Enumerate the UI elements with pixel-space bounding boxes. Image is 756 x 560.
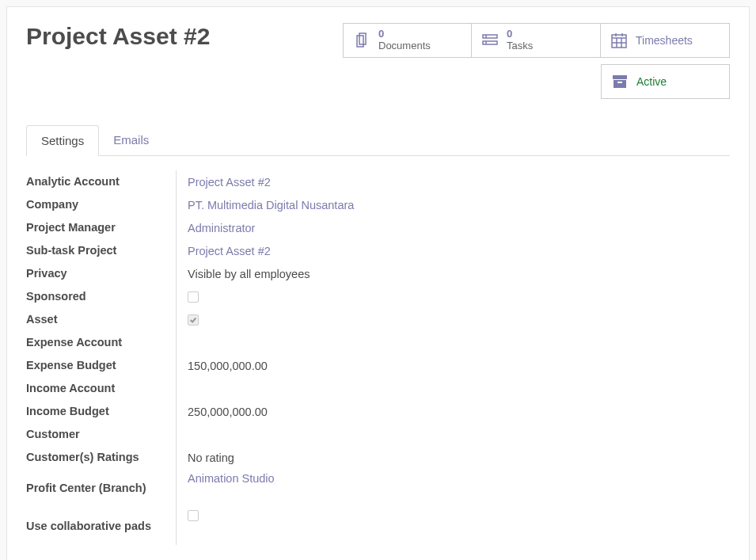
svg-rect-1 [483,41,497,44]
value-customer-ratings: No rating [188,451,234,464]
value-company[interactable]: PT. Multimedia Digital Nusantara [188,199,354,211]
label-company: Company [26,197,78,212]
value-privacy: Visible by all employees [188,268,310,280]
stat-documents-label: Documents [378,40,431,52]
calendar-icon [609,30,629,51]
documents-icon [351,30,372,51]
value-expense-budget: 150,000,000.00 [188,360,268,372]
topbar: Project Asset #2 0 Documents [26,23,730,99]
value-column: Project Asset #2 PT. Multimedia Digital … [177,170,730,545]
tasks-icon [480,30,500,51]
checkbox-asset [188,314,199,326]
stat-tasks[interactable]: 0 Tasks [472,23,601,58]
stat-documents-count: 0 [378,29,431,40]
svg-rect-12 [614,80,626,88]
value-analytic-account[interactable]: Project Asset #2 [188,176,271,189]
label-income-budget: Income Budget [26,404,109,419]
form-sheet: Project Asset #2 0 Documents [6,6,750,560]
label-asset: Asset [26,312,58,327]
checkbox-collab-pads[interactable] [188,510,199,521]
svg-rect-13 [617,82,622,83]
stat-tasks-label: Tasks [507,40,533,52]
stat-documents[interactable]: 0 Documents [343,23,472,58]
title-wrap: Project Asset #2 [26,23,343,49]
label-customer-ratings: Customer(s) Ratings [26,450,139,465]
value-income-budget: 250,000,000.00 [188,406,268,418]
stat-active-label: Active [636,75,667,88]
archive-icon [610,71,630,92]
label-profit-center: Profit Center (Branch) [26,481,146,496]
svg-rect-0 [483,35,497,38]
stat-timesheets-label: Timesheets [636,34,693,47]
svg-rect-11 [613,75,627,79]
label-income-account: Income Account [26,381,115,396]
label-project-manager: Project Manager [26,220,116,235]
label-column: Analytic Account Company Project Manager… [26,170,177,545]
label-subtask-project: Sub-task Project [26,243,116,258]
settings-panel: Analytic Account Company Project Manager… [26,170,730,545]
tab-emails[interactable]: Emails [99,125,163,156]
tabs: Settings Emails [26,124,730,156]
stat-row-2: Active [601,64,730,99]
checkbox-sponsored[interactable] [188,291,199,303]
label-analytic-account: Analytic Account [26,174,120,189]
value-project-manager[interactable]: Administrator [188,222,255,234]
value-subtask-project[interactable]: Project Asset #2 [188,245,271,257]
label-collab-pads: Use collaborative pads [26,519,151,534]
label-expense-budget: Expense Budget [26,358,116,373]
stat-buttons: 0 Documents 0 Tasks [343,23,730,99]
label-expense-account: Expense Account [26,335,122,350]
label-privacy: Privacy [26,266,67,281]
stat-row-1: 0 Documents 0 Tasks [343,23,730,58]
stat-active[interactable]: Active [601,64,730,99]
stat-timesheets[interactable]: Timesheets [601,23,730,58]
tab-settings[interactable]: Settings [26,125,99,156]
value-profit-center[interactable]: Animation Studio [188,472,275,485]
label-customer: Customer [26,427,80,442]
label-sponsored: Sponsored [26,289,86,304]
page-title: Project Asset #2 [26,23,343,49]
stat-tasks-count: 0 [507,29,533,40]
svg-rect-4 [612,35,626,48]
